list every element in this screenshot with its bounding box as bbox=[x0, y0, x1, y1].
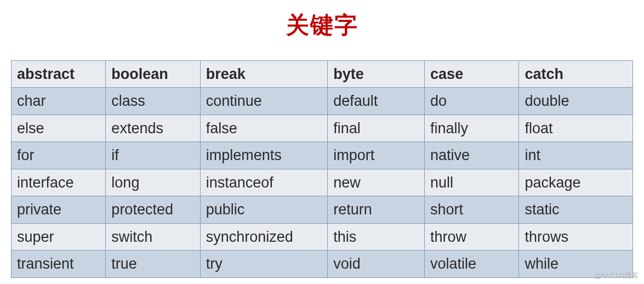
table-cell: protected bbox=[106, 196, 200, 223]
table-cell: long bbox=[106, 169, 200, 196]
table-cell: for bbox=[12, 142, 106, 169]
table-cell: double bbox=[519, 88, 633, 115]
table-row: interface long instanceof new null packa… bbox=[12, 169, 633, 196]
table-row: private protected public return short st… bbox=[12, 196, 633, 223]
table-cell: char bbox=[12, 88, 106, 115]
table-header-cell: catch bbox=[519, 61, 633, 88]
table-cell: short bbox=[425, 196, 519, 223]
table-cell: private bbox=[12, 196, 106, 223]
table-cell: new bbox=[328, 169, 425, 196]
table-cell: void bbox=[328, 251, 425, 277]
table-row: transient true try void volatile while bbox=[12, 251, 633, 277]
table-cell: throw bbox=[425, 223, 519, 250]
table-cell: continue bbox=[200, 88, 327, 115]
table-cell: default bbox=[328, 88, 425, 115]
table-cell: true bbox=[106, 251, 200, 277]
table-header-cell: boolean bbox=[106, 61, 200, 88]
table-header-cell: break bbox=[200, 61, 327, 88]
table-cell: interface bbox=[12, 169, 106, 196]
table-cell: if bbox=[106, 142, 200, 169]
table-row: else extends false final finally float bbox=[12, 115, 633, 141]
table-cell: public bbox=[200, 196, 327, 223]
table-cell: implements bbox=[200, 142, 327, 169]
table-cell: try bbox=[200, 251, 327, 277]
table-header-cell: case bbox=[425, 61, 519, 88]
table-cell: null bbox=[425, 169, 519, 196]
table-cell: class bbox=[106, 88, 200, 115]
table-cell: return bbox=[328, 196, 425, 223]
table-cell: final bbox=[328, 115, 425, 141]
table-cell: else bbox=[12, 115, 106, 141]
table-cell: import bbox=[328, 142, 425, 169]
table-cell: do bbox=[425, 88, 519, 115]
table-cell: instanceof bbox=[200, 169, 327, 196]
table-cell: native bbox=[425, 142, 519, 169]
table-cell: finally bbox=[425, 115, 519, 141]
table-cell: this bbox=[328, 223, 425, 250]
page-title: 关键字 bbox=[11, 10, 633, 41]
table-cell: switch bbox=[106, 223, 200, 250]
table-header-cell: abstract bbox=[12, 61, 106, 88]
table-cell: package bbox=[519, 169, 633, 196]
table-cell: throws bbox=[519, 223, 633, 250]
table-header-cell: byte bbox=[328, 61, 425, 88]
table-cell: transient bbox=[12, 251, 106, 277]
keywords-table: abstract boolean break byte case catch c… bbox=[11, 60, 633, 278]
table-cell: int bbox=[519, 142, 633, 169]
table-row: super switch synchronized this throw thr… bbox=[12, 223, 633, 250]
table-cell: super bbox=[12, 223, 106, 250]
table-cell: float bbox=[519, 115, 633, 141]
watermark: @51CTO博客 bbox=[594, 271, 639, 281]
table-cell: volatile bbox=[425, 251, 519, 277]
table-row: char class continue default do double bbox=[12, 88, 633, 115]
table-cell: static bbox=[519, 196, 633, 223]
table-cell: extends bbox=[106, 115, 200, 141]
table-cell: false bbox=[200, 115, 327, 141]
table-row: for if implements import native int bbox=[12, 142, 633, 169]
table-cell: synchronized bbox=[200, 223, 327, 250]
table-header-row: abstract boolean break byte case catch bbox=[12, 61, 633, 88]
